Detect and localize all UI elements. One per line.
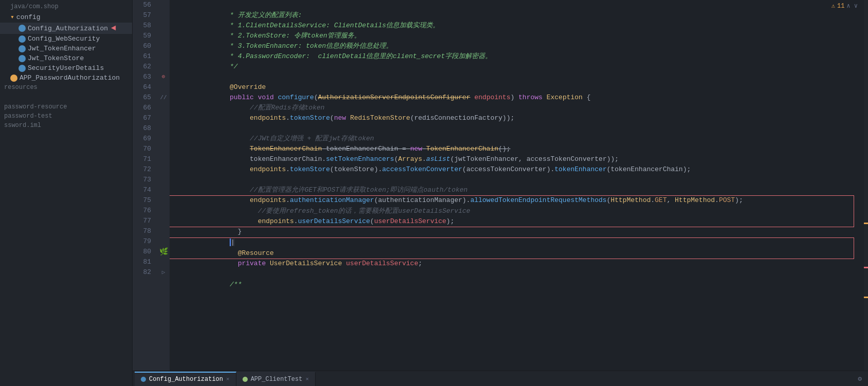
editor-wrapper: ⚠ 11 ∧ ∨ 56 57 58 59 60 61 62 63 64 65 6…: [133, 0, 868, 386]
warning-indicator: ⚠ 11 ∧ ∨: [832, 2, 858, 10]
gutter-71: [157, 154, 170, 164]
gutter-66: [157, 103, 170, 113]
arrow-marker: ◄: [111, 24, 116, 33]
sidebar-folder-config[interactable]: ▾ config: [0, 11, 132, 23]
gutter-67: [157, 113, 170, 123]
gutter-77: [157, 216, 170, 226]
line-61: 61: [137, 51, 151, 62]
code-line-59: * 3.TokenEnhancer: token信息的额外信息处理。: [170, 31, 854, 41]
code-line-68: //JWt自定义增强 + 配置jwt存储token: [170, 123, 854, 134]
code-line-76: endpoints.userDetailsService(userDetails…: [170, 206, 854, 216]
tab-clienttest[interactable]: APP_ClientTest ×: [236, 372, 316, 386]
gutter-80: 🌿: [157, 247, 170, 257]
line-74: 74: [137, 185, 151, 195]
code-line-60: * 4.PasswordEncoder: clientDetail信息里的cli…: [170, 41, 854, 51]
tab-label-clienttest: APP_ClientTest: [251, 376, 303, 383]
sidebar-item-password-iml: ssword.iml: [0, 121, 132, 130]
sidebar-item-security-userdetails[interactable]: SecurityUserDetails: [0, 63, 132, 73]
line-64: 64: [137, 82, 151, 93]
gutter-79: [157, 236, 170, 247]
gutter-60: [157, 41, 170, 51]
line-59: 59: [137, 31, 151, 41]
gutter-69: [157, 134, 170, 144]
file-icon-blue-2: [19, 35, 26, 43]
sidebar-item-app-passwordauth[interactable]: APP_PasswordAuthorization: [0, 73, 132, 83]
red-box-2: @Resource private UserDetailsService use…: [170, 238, 854, 259]
gutter-75: [157, 195, 170, 206]
sidebar: java/com.shop ▾ config Config_Authorizat…: [0, 0, 133, 386]
code-line-77: }: [170, 216, 854, 227]
gutter-78: [157, 226, 170, 236]
gutter-56: [157, 0, 170, 10]
tab-label-authorization: Config_Authorization: [149, 376, 223, 383]
line-58: 58: [137, 21, 151, 31]
code-line-70: tokenEnhancerChain.setTokenEnhancers(Arr…: [170, 144, 854, 154]
line-78: 78: [137, 226, 151, 236]
code-line-74: endpoints.authenticationManager(authenti…: [170, 185, 854, 195]
code-line-56: * 开发定义的配置列表:: [170, 0, 854, 10]
tab-close-authorization[interactable]: ×: [226, 376, 230, 382]
line-73: 73: [137, 175, 151, 185]
code-line-66: endpoints.tokenStore(new RedisTokenStore…: [170, 103, 854, 113]
code-line-61: */: [170, 51, 854, 62]
warning-arrows: ∧ ∨: [846, 2, 858, 10]
editor-content[interactable]: 56 57 58 59 60 61 62 63 64 65 66 67 68 6…: [133, 0, 868, 371]
gutter-61: [157, 51, 170, 62]
sidebar-item-websecurity[interactable]: Config_WebSecurity: [0, 34, 132, 44]
line-60: 60: [137, 41, 151, 51]
line-numbers: 56 57 58 59 60 61 62 63 64 65 66 67 68 6…: [133, 0, 157, 371]
gutter-59: [157, 31, 170, 41]
tab-close-clienttest[interactable]: ×: [305, 376, 309, 382]
file-icon-blue-4: [19, 55, 26, 62]
line-76: 76: [137, 206, 151, 216]
code-line-82: /**: [170, 269, 854, 280]
line-72: 72: [137, 164, 151, 175]
line-57: 57: [137, 10, 151, 21]
gutter-76: [157, 206, 170, 216]
line-70: 70: [137, 144, 151, 154]
file-icon-blue: [19, 25, 26, 32]
gutter-68: [157, 123, 170, 134]
gutter-72: [157, 164, 170, 175]
code-line-73: //配置管理器允许GET和POST请求获取token;即访问端点oauth/to…: [170, 175, 854, 185]
code-lines[interactable]: * 开发定义的配置列表: * 1.ClientDetailsService: C…: [170, 0, 864, 371]
gutter-82: ▷: [157, 267, 170, 278]
sidebar-item-jwt-tokenenhancer[interactable]: Jwt_TokenEnhancer: [0, 44, 132, 53]
line-81: 81: [137, 257, 151, 267]
tab-bar: Config_Authorization × APP_ClientTest × …: [133, 371, 868, 386]
code-line-57: * 1.ClientDetailsService: ClientDetails信…: [170, 10, 854, 21]
gutter: ⊙ // 🌿: [157, 0, 170, 371]
line-71: 71: [137, 154, 151, 164]
file-icon-blue-3: [19, 45, 26, 52]
sidebar-item-resources: resources: [0, 83, 132, 92]
folder-icon: ▾: [10, 13, 14, 21]
tab-authorization[interactable]: Config_Authorization ×: [135, 372, 236, 386]
settings-icon[interactable]: ⚙: [854, 375, 866, 383]
sidebar-item-config-authorization[interactable]: Config_Authorization ◄: [0, 23, 132, 34]
line-77: 77: [137, 216, 151, 226]
scroll-marker-warning-2: [864, 297, 868, 298]
warning-count: 11: [837, 3, 844, 10]
code-line-64: public void configure(AuthorizationServe…: [170, 82, 854, 93]
code-line-79: @Resource: [170, 238, 854, 248]
scroll-marker-error-1: [864, 267, 868, 268]
scrollbar-markers[interactable]: [864, 0, 868, 371]
gutter-63: ⊙: [157, 72, 170, 82]
file-icon-orange: [10, 75, 17, 82]
code-line-63: @Override: [170, 72, 854, 82]
gutter-64: [157, 82, 170, 93]
gutter-81: [157, 257, 170, 267]
line-82: 82: [137, 267, 151, 278]
gutter-70: [157, 144, 170, 154]
code-line-62: [170, 62, 854, 72]
line-69: 69: [137, 134, 151, 144]
code-line-81: [170, 259, 854, 269]
code-line-65: //配置Redis存储token: [170, 93, 854, 103]
sidebar-item-password-test: password-test: [0, 112, 132, 121]
line-65: 65: [137, 93, 151, 103]
gutter-74: [157, 185, 170, 195]
sidebar-item-jwt-tokenstore[interactable]: Jwt_TokenStore: [0, 53, 132, 63]
code-line-72: [170, 164, 854, 175]
red-box-1: //要使用refresh_token的话，需要额外配置userDetailsSe…: [170, 196, 854, 227]
gutter-65: //: [157, 93, 170, 103]
